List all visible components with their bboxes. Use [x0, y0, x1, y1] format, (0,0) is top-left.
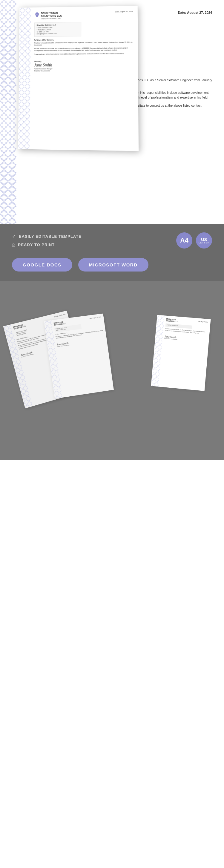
features-left: ✓ EASILY EDITABLE TEMPLATE ⎙ READY TO PR… [12, 234, 82, 248]
format-badge-us: US LETTER [196, 232, 212, 249]
letter-pattern-left [0, 0, 17, 224]
sc-body-6: This letter is to confirm that Mr. John … [165, 328, 207, 335]
print-icon: ⎙ [12, 242, 15, 248]
scattered-pattern-3 [151, 315, 164, 386]
sc-logo-name-3: BRIGHTSTARSOLUTIONS LLC [166, 318, 178, 322]
doc-para-1: This letter is to confirm that Mr. John … [34, 41, 133, 46]
sc-addr-3: BrightStar Solutions LLC [165, 323, 192, 329]
microsoft-word-button[interactable]: MICROSOFT WORD [78, 258, 149, 272]
doc-addr-name: BrightStar Solutions LLC [37, 24, 79, 26]
format-a4-text: A4 [180, 237, 188, 244]
doc-logo-icon: C [34, 12, 40, 19]
doc-company-name-block: BRIGHTSTARSOLUTIONS LLC Employment Verif… [41, 12, 62, 20]
doc-address-box: BrightStar Solutions LLC ▾ 1234 Innovati… [34, 22, 81, 37]
doc-scattered-2: BRIGHTSTARSOLUTIONS LLC Date: August 27,… [44, 314, 114, 399]
scattered-content-2: BRIGHTSTARSOLUTIONS LLC Date: August 27,… [52, 314, 107, 350]
doc-header-row: C BRIGHTSTARSOLUTIONS LLC Employment Ver… [34, 11, 133, 20]
doc-salutation: To Whom It May Concern, [34, 38, 133, 41]
letter-date: Date: August 27, 2024 [178, 11, 212, 14]
sc-date-2: Date: August 27, 2024 [90, 316, 101, 319]
doc-location-icon-2: ▾ [37, 29, 38, 31]
doc-main-mockup: C BRIGHTSTARSOLUTIONS LLC Employment Ver… [18, 6, 138, 151]
google-docs-button[interactable]: GOOGLE DOCS [12, 258, 72, 272]
scattered-content-3: BRIGHTSTARSOLUTIONS LLC Date: Aug 27, 20… [162, 315, 211, 345]
date-label: Date: [178, 11, 186, 14]
doc-para-3: If you require any further information o… [34, 53, 133, 55]
sc-logo-name-2: BRIGHTSTARSOLUTIONS LLC [54, 321, 66, 326]
doc-side-pattern [18, 7, 31, 149]
doc-email-icon: ✉ [37, 33, 38, 35]
sc-sig-area-3: Jane Smith Human Resources Manager [164, 335, 207, 343]
doc-body: C BRIGHTSTARSOLUTIONS LLC Employment Ver… [30, 6, 138, 77]
scattered-docs-container: BRIGHTSTARSOLUTIONS LLC Date: August 27,… [10, 299, 214, 404]
doc-logo-area: C BRIGHTSTARSOLUTIONS LLC Employment Ver… [34, 12, 62, 20]
doc-company-name: BRIGHTSTARSOLUTIONS LLC [41, 12, 62, 18]
doc-addr-email: ✉ hr@brightstar-solutions.com [37, 33, 79, 35]
format-us-sub: LETTER [199, 241, 210, 244]
doc-sig-company: BrightStar Solutions LLC [34, 70, 133, 72]
format-badge-a4: A4 [176, 232, 192, 249]
doc-company-sub: Employment Verification Letter [41, 17, 62, 20]
svg-text:C: C [36, 14, 38, 15]
sc-date-1: Date: August 27, 2024 [54, 313, 66, 317]
doc-para-2: Mr. Doe is a full-time employee and is c… [34, 47, 133, 52]
svg-rect-6 [0, 0, 17, 224]
doc-location-icon: ▾ [37, 27, 38, 29]
editable-label: EASILY EDITABLE TEMPLATE [19, 234, 82, 239]
date-value: August 27, 2024 [187, 11, 212, 14]
doc-sincerely: Sincerely, [34, 60, 133, 62]
doc-date: Date: August 27, 2024 [115, 11, 133, 13]
features-right: A4 US LETTER [176, 232, 212, 249]
buttons-section: GOOGLE DOCS MICROSOFT WORD [0, 258, 224, 281]
doc-scattered-3: BRIGHTSTARSOLUTIONS LLC Date: Aug 27, 20… [151, 315, 211, 391]
doc-sig: Jane Smith [34, 63, 133, 68]
svg-rect-13 [18, 7, 31, 149]
svg-rect-28 [151, 315, 164, 386]
doc-phone-icon: ☏ [37, 31, 38, 33]
edit-icon: ✓ [12, 234, 16, 239]
feature-editable: ✓ EASILY EDITABLE TEMPLATE [12, 234, 82, 239]
feature-print: ⎙ READY TO PRINT [12, 242, 82, 248]
doc-closing: Sincerely, Jane Smith Human Resources Ma… [34, 60, 133, 72]
sc-date-3: Date: Aug 27, 2024 [198, 320, 208, 323]
mockup-section: C BRIGHTSTARSOLUTIONS LLC Employment Ver… [0, 281, 224, 460]
features-section: ✓ EASILY EDITABLE TEMPLATE ⎙ READY TO PR… [0, 224, 224, 258]
print-label: READY TO PRINT [18, 243, 55, 247]
